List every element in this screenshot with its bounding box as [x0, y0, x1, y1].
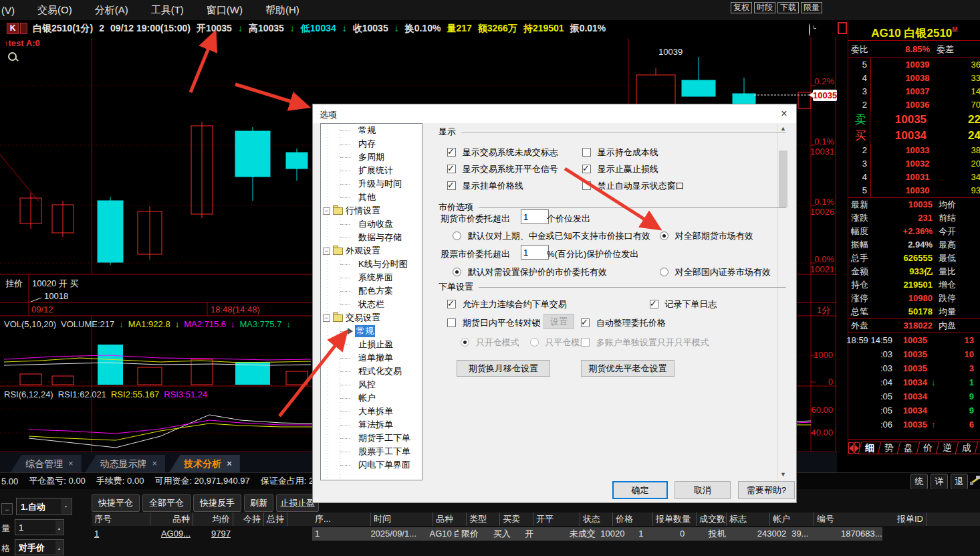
tab-close-icon[interactable]: ×: [152, 455, 158, 472]
chart-toolbar-button[interactable]: 时段: [754, 2, 775, 13]
tree-item[interactable]: − 风控: [321, 378, 422, 391]
menu-item[interactable]: (V): [1, 5, 15, 16]
magnifier-icon[interactable]: [8, 52, 17, 61]
checkbox-option[interactable]: 禁止自动显示状态窗口: [582, 180, 783, 192]
close-icon[interactable]: ×: [777, 107, 791, 120]
ladder-row[interactable]: 4 10038 33: [848, 72, 980, 85]
tab-close-icon[interactable]: ×: [68, 455, 74, 472]
checkbox-option[interactable]: 显示交易系统未成交标志: [447, 147, 582, 159]
exit-button[interactable]: 退: [951, 474, 968, 490]
ladder-row[interactable]: 卖 10035 22: [848, 112, 980, 128]
tree-item[interactable]: − K线与分时图: [321, 258, 422, 271]
checkbox[interactable]: [582, 165, 591, 173]
tree-item[interactable]: − 期货手工下单: [321, 432, 422, 445]
close-old-first-button[interactable]: 期货优先平老仓设置: [581, 360, 675, 377]
quick-close-button[interactable]: 快捷平仓: [92, 494, 140, 512]
radio[interactable]: [461, 338, 469, 347]
chart-toolbar-button[interactable]: 限量: [801, 2, 822, 13]
tree-item[interactable]: − 升级与时间: [321, 177, 422, 191]
kline-badge[interactable]: K: [7, 23, 19, 34]
tree-item[interactable]: − 扩展统计: [321, 164, 422, 177]
radio-option[interactable]: 对全部期货市场有效: [660, 230, 753, 242]
workspace-tab[interactable]: 综合管理 ×: [11, 455, 82, 472]
cancel-button[interactable]: 取消: [675, 481, 731, 499]
menu-item[interactable]: 帮助(H): [265, 4, 299, 17]
tree-item[interactable]: − 常规: [321, 325, 422, 338]
tab-close-icon[interactable]: ×: [227, 455, 232, 472]
order-row[interactable]: 12025/09/1...AG10 白银25...限价买入开未成交1002010…: [312, 527, 882, 541]
checkbox-option[interactable]: 允许主力连续合约下单交易: [447, 298, 567, 310]
quick-reverse-button[interactable]: 快捷反手: [193, 494, 241, 512]
ladder-row[interactable]: 3 10037 14: [848, 85, 980, 98]
tree-item[interactable]: − 行情设置: [321, 204, 422, 217]
contract-header[interactable]: AG10 白银2510M: [848, 20, 980, 41]
price-stepper[interactable]: 对手价 ▲▼: [15, 539, 64, 555]
tree-item[interactable]: − 配色方案: [321, 284, 422, 298]
ladder-row[interactable]: 3 10032 20: [848, 157, 980, 171]
tree-item[interactable]: − 程式化交易: [321, 365, 422, 378]
dialog-title-bar[interactable]: 选项 ×: [313, 104, 796, 123]
checkbox[interactable]: [582, 148, 591, 157]
tree-item[interactable]: − 状态栏: [321, 298, 422, 311]
window-icon[interactable]: [838, 22, 847, 34]
checkbox-option[interactable]: 记录下单日志: [650, 298, 717, 310]
position-row[interactable]: 1AG09...9797: [92, 527, 312, 541]
checkbox-option[interactable]: 多账户单独设置只开只平模式: [581, 337, 709, 349]
futures-slip-input[interactable]: [521, 209, 549, 224]
radio[interactable]: [660, 231, 668, 240]
tree-item[interactable]: − 止损止盈: [321, 338, 422, 351]
workspace-tab[interactable]: 动态显示牌 ×: [86, 455, 166, 472]
quantity-stepper[interactable]: 1 ▲▼: [15, 519, 64, 535]
tree-item[interactable]: − 系统界面: [321, 271, 422, 284]
stepper-arrows-icon[interactable]: ▲▼: [55, 541, 63, 554]
ladder-row[interactable]: 2 10036 70: [848, 98, 980, 112]
ladder-row[interactable]: 5 10030 93: [848, 184, 980, 197]
tree-item[interactable]: − 外观设置: [321, 244, 422, 258]
radio[interactable]: [453, 231, 461, 240]
tree-item[interactable]: − 内存: [321, 137, 422, 151]
preset-dropdown[interactable]: 1.自动 ▾: [16, 498, 72, 515]
stats-button[interactable]: 统: [910, 474, 928, 490]
radio-option[interactable]: 默认对需设置保护价的市价委托有效: [453, 266, 607, 278]
close-all-button[interactable]: 全部平仓: [142, 494, 191, 512]
clock-icon[interactable]: [809, 23, 810, 36]
refresh-button[interactable]: 刷新: [244, 494, 273, 512]
checkbox[interactable]: [447, 300, 456, 308]
tree-item[interactable]: − 算法拆单: [321, 418, 422, 432]
stock-slip-input[interactable]: [521, 245, 549, 260]
radio[interactable]: [660, 268, 668, 276]
tools-icon[interactable]: [969, 474, 980, 486]
more-button[interactable]: ..: [1, 503, 13, 515]
radio-option[interactable]: 对全部国内证券市场有效: [660, 266, 771, 278]
collapse-icon[interactable]: −: [323, 207, 330, 215]
radio-option[interactable]: 默认仅对上期、中金或已知不支持市价接口有效: [453, 230, 650, 242]
tree-item[interactable]: − 股票手工下单: [321, 445, 422, 458]
radio-option[interactable]: 只平仓模式: [530, 337, 589, 349]
workspace-tab[interactable]: 技术分析 ×: [169, 455, 240, 472]
checkbox-option[interactable]: 自动整理委托价格: [581, 317, 666, 329]
help-button[interactable]: 需要帮助?: [738, 481, 795, 499]
checkbox-option[interactable]: 显示止赢止损线: [582, 163, 783, 175]
tree-item[interactable]: − 闪电下单界面: [321, 458, 422, 472]
radio[interactable]: [530, 338, 539, 347]
tree-item[interactable]: − 帐户: [321, 391, 422, 405]
checkbox-option[interactable]: 显示持仓成本线: [582, 147, 783, 159]
scroll-left-icon[interactable]: [848, 442, 854, 454]
tree-item[interactable]: − 大单拆单: [321, 405, 422, 418]
rollover-settings-button[interactable]: 期货换月移仓设置: [457, 360, 550, 377]
checkbox[interactable]: [447, 148, 456, 157]
scroll-down-icon[interactable]: ▼: [778, 470, 788, 480]
checkbox[interactable]: [581, 338, 590, 347]
radio[interactable]: [453, 268, 461, 276]
tree-item[interactable]: − 多周期: [321, 151, 422, 164]
ladder-row[interactable]: 5 10039 36: [848, 58, 980, 72]
checkbox[interactable]: [447, 181, 456, 190]
tree-item[interactable]: − 常规: [321, 124, 422, 137]
stepper-arrows-icon[interactable]: ▲▼: [55, 521, 63, 534]
collapse-icon[interactable]: −: [323, 314, 330, 322]
tree-item[interactable]: − 其他: [321, 191, 422, 204]
lock-settings-button[interactable]: 设置: [543, 314, 574, 329]
checkbox[interactable]: [581, 318, 590, 327]
tree-item[interactable]: − 交易设置: [321, 311, 422, 325]
collapse-icon[interactable]: −: [323, 248, 330, 255]
